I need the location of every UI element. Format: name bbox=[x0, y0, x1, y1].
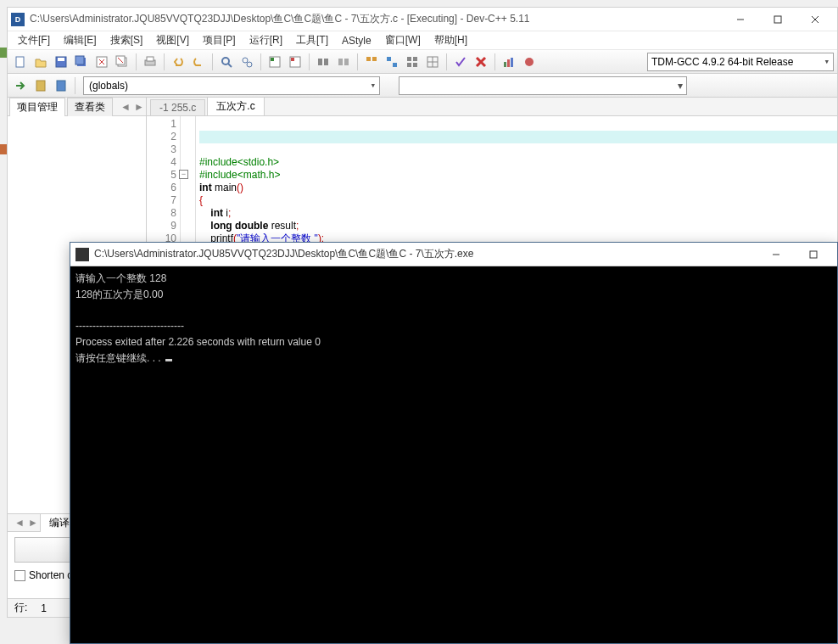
menu-project[interactable]: 项目[P] bbox=[196, 31, 243, 49]
file-tab-0[interactable]: -1 255.c bbox=[150, 99, 205, 115]
menu-help[interactable]: 帮助[H] bbox=[427, 31, 474, 49]
svg-rect-36 bbox=[413, 63, 417, 67]
svg-rect-25 bbox=[318, 59, 322, 65]
compile-icon[interactable] bbox=[265, 53, 284, 71]
bookmark2-icon[interactable] bbox=[52, 76, 70, 95]
svg-rect-47 bbox=[57, 81, 65, 91]
save-icon[interactable] bbox=[52, 53, 70, 71]
bp-next-icon[interactable]: ► bbox=[26, 516, 40, 529]
compiler-select-label: TDM-GCC 4.9.2 64-bit Release bbox=[651, 56, 793, 68]
app-icon: D bbox=[11, 13, 25, 26]
shorten-checkbox[interactable] bbox=[14, 570, 25, 581]
minimize-button[interactable] bbox=[722, 8, 759, 31]
svg-rect-42 bbox=[504, 62, 506, 67]
svg-rect-44 bbox=[511, 58, 513, 67]
menu-astyle[interactable]: AStyle bbox=[335, 33, 378, 48]
svg-rect-26 bbox=[324, 59, 328, 65]
grid2-icon[interactable] bbox=[383, 53, 401, 71]
check-icon[interactable] bbox=[451, 53, 470, 71]
open-file-icon[interactable] bbox=[31, 53, 50, 71]
close-all-icon[interactable] bbox=[113, 53, 131, 71]
status-line-label: 行: bbox=[14, 601, 27, 615]
svg-point-45 bbox=[525, 58, 534, 66]
maximize-button[interactable] bbox=[759, 8, 796, 31]
tab-project[interactable]: 项目管理 bbox=[9, 98, 65, 116]
menu-window[interactable]: 窗口[W] bbox=[378, 31, 427, 49]
svg-rect-4 bbox=[16, 57, 24, 67]
symbol-select[interactable] bbox=[399, 76, 687, 95]
svg-rect-27 bbox=[338, 59, 343, 65]
svg-rect-16 bbox=[147, 57, 154, 61]
save-all-icon[interactable] bbox=[72, 53, 91, 71]
file-tab-1[interactable]: 五次方.c bbox=[207, 97, 264, 115]
globals-select[interactable]: (globals) bbox=[83, 76, 380, 95]
svg-rect-8 bbox=[75, 56, 84, 64]
svg-rect-28 bbox=[344, 59, 349, 65]
fold-icon[interactable]: − bbox=[179, 170, 188, 179]
svg-rect-43 bbox=[507, 59, 510, 67]
redo-icon[interactable] bbox=[189, 53, 208, 71]
console-window: C:\Users\Administrator.JQU85VVQTQ23DJJ\D… bbox=[70, 242, 838, 644]
window-title: C:\Users\Administrator.JQU85VVQTQ23DJJ\D… bbox=[30, 12, 722, 26]
chart-icon[interactable] bbox=[500, 53, 518, 71]
svg-point-17 bbox=[222, 58, 229, 64]
svg-line-18 bbox=[228, 64, 232, 67]
svg-rect-31 bbox=[387, 57, 391, 61]
tab-classes[interactable]: 查看类 bbox=[67, 98, 113, 116]
print-icon[interactable] bbox=[141, 53, 159, 71]
shorten-label: Shorten c bbox=[29, 569, 72, 581]
console-icon bbox=[75, 248, 89, 261]
rebuild-icon[interactable] bbox=[334, 53, 353, 71]
menubar: 文件[F] 编辑[E] 搜索[S] 视图[V] 项目[P] 运行[R] 工具[T… bbox=[8, 31, 837, 50]
menu-file[interactable]: 文件[F] bbox=[11, 31, 57, 49]
tab-next-icon[interactable]: ► bbox=[132, 100, 146, 114]
menu-view[interactable]: 视图[V] bbox=[149, 31, 196, 49]
compile-run-icon[interactable] bbox=[314, 53, 332, 71]
console-minimize-button[interactable] bbox=[757, 243, 795, 266]
console-output[interactable]: 请输入一个整数 128 128的五次方是0.00 ---------------… bbox=[70, 266, 837, 643]
svg-rect-29 bbox=[366, 57, 371, 61]
svg-rect-34 bbox=[413, 57, 417, 61]
menu-edit[interactable]: 编辑[E] bbox=[57, 31, 103, 49]
run-icon[interactable] bbox=[286, 53, 304, 71]
bookmark-icon[interactable] bbox=[31, 76, 50, 95]
svg-rect-49 bbox=[810, 251, 817, 258]
svg-rect-46 bbox=[36, 81, 45, 91]
menu-search[interactable]: 搜索[S] bbox=[103, 31, 150, 49]
console-maximize-button[interactable] bbox=[795, 243, 832, 266]
debug-icon[interactable] bbox=[520, 53, 539, 71]
svg-rect-32 bbox=[393, 63, 397, 67]
close-file-icon[interactable] bbox=[92, 53, 111, 71]
svg-rect-35 bbox=[407, 63, 411, 67]
grid1-icon[interactable] bbox=[362, 53, 381, 71]
svg-rect-33 bbox=[407, 57, 411, 61]
console-titlebar: C:\Users\Administrator.JQU85VVQTQ23DJJ\D… bbox=[70, 243, 837, 266]
toolbar-secondary: (globals) bbox=[8, 74, 837, 98]
svg-rect-22 bbox=[271, 58, 274, 61]
console-title: C:\Users\Administrator.JQU85VVQTQ23DJJ\D… bbox=[94, 247, 757, 261]
titlebar: D C:\Users\Administrator.JQU85VVQTQ23DJJ… bbox=[8, 8, 837, 31]
svg-point-19 bbox=[243, 58, 248, 63]
menu-tools[interactable]: 工具[T] bbox=[289, 31, 335, 49]
left-edge-decor bbox=[0, 42, 7, 127]
svg-rect-30 bbox=[372, 57, 377, 61]
menu-run[interactable]: 运行[R] bbox=[243, 31, 289, 49]
bp-prev-icon[interactable]: ◄ bbox=[13, 516, 26, 529]
globals-label: (globals) bbox=[89, 80, 128, 92]
close-button[interactable] bbox=[796, 8, 834, 31]
delete-icon[interactable] bbox=[472, 53, 490, 71]
undo-icon[interactable] bbox=[169, 53, 187, 71]
svg-rect-1 bbox=[774, 16, 781, 23]
svg-rect-24 bbox=[291, 58, 294, 61]
find-icon[interactable] bbox=[217, 53, 236, 71]
replace-icon[interactable] bbox=[237, 53, 256, 71]
compiler-select[interactable]: TDM-GCC 4.9.2 64-bit Release bbox=[647, 53, 834, 71]
svg-point-20 bbox=[247, 62, 252, 67]
cursor-icon bbox=[165, 359, 172, 361]
grid3-icon[interactable] bbox=[403, 53, 422, 71]
new-file-icon[interactable] bbox=[11, 53, 30, 71]
goto-icon[interactable] bbox=[11, 76, 30, 95]
grid4-icon[interactable] bbox=[423, 53, 442, 71]
toolbar-main: TDM-GCC 4.9.2 64-bit Release bbox=[8, 50, 837, 74]
tab-prev-icon[interactable]: ◄ bbox=[119, 100, 132, 114]
